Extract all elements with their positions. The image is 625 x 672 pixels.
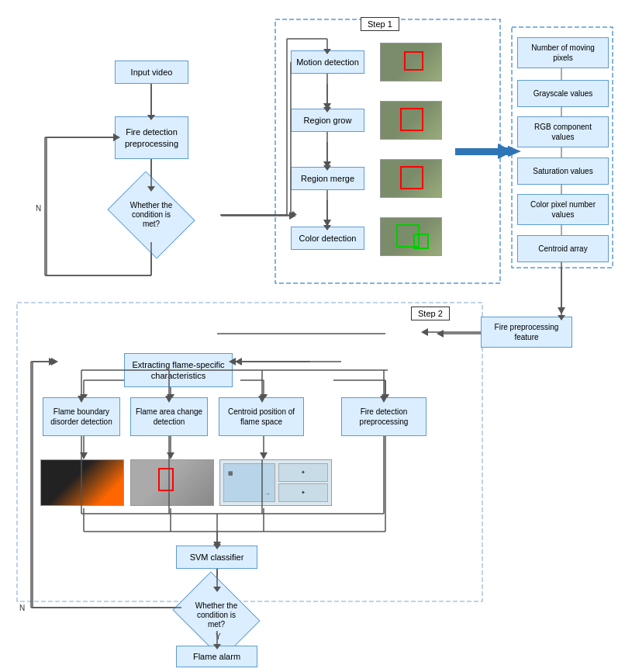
diagram-container: Step 1 Step 2 Input video Fire detection…: [0, 0, 625, 672]
svg-marker-126: [285, 213, 293, 216]
feature-grayscale: Grayscale values: [517, 80, 609, 107]
svg-marker-18: [558, 307, 565, 314]
svg-marker-20: [437, 330, 444, 338]
flame-alarm-box: Flame alarm: [176, 646, 257, 667]
svg-marker-108: [289, 211, 297, 215]
n-label-1: N: [36, 204, 41, 213]
feature-rgb: RGB component values: [517, 116, 609, 147]
centroid-position-box: Centroid position of flame space: [219, 397, 304, 436]
svg-marker-59: [49, 358, 56, 365]
region-merge-box: Region merge: [291, 167, 364, 190]
fire-detection-preprocessing2-box: Fire detection preprocessing: [341, 397, 426, 436]
condition-diamond-1: Whether the condition is met?: [116, 188, 186, 242]
step2-label: Step 2: [411, 307, 450, 320]
feature-color-pixel: Color pixel number values: [517, 194, 609, 225]
fire-preprocessing-feature-box: Fire preprocessing feature: [481, 317, 572, 348]
svg-marker-38: [260, 452, 268, 459]
thumb-motion: [380, 43, 442, 81]
svg-rect-69: [455, 148, 498, 155]
svg-marker-36: [167, 452, 174, 459]
input-video-box: Input video: [115, 61, 188, 84]
thumb-centroid: ▦ → ✦ ✦: [219, 459, 332, 506]
svg-marker-34: [80, 452, 88, 459]
thumb-region-grow: [380, 101, 442, 140]
feature-saturation: Saturation values: [517, 158, 609, 185]
color-detection-box: Color detection: [291, 227, 364, 250]
y-label: Y: [216, 632, 221, 641]
motion-detection-box: Motion detection: [291, 50, 364, 74]
svg-marker-100: [51, 358, 58, 365]
fire-detection-preprocessing-box: Fire detection preprocessing: [115, 116, 188, 159]
thumb-flame-area: [130, 459, 214, 506]
svg-marker-74: [421, 328, 428, 336]
flame-area-box: Flame area change detection: [130, 397, 208, 436]
region-grow-box: Region grow: [291, 109, 364, 132]
thumb-flame-boundary: [40, 459, 124, 506]
feature-centroid-array: Centroid array: [517, 235, 609, 262]
extracting-flame-box: Extracting flame-specific characteristic…: [124, 353, 233, 387]
svg-marker-14: [323, 220, 331, 227]
svg-marker-8: [289, 212, 296, 220]
svm-classifier-box: SVM classifier: [176, 546, 257, 569]
svg-marker-63: [235, 358, 242, 365]
step1-label: Step 1: [361, 17, 399, 31]
n-label-2: N: [19, 604, 25, 612]
feature-number-moving: Number of moving pixels: [517, 37, 609, 68]
flame-boundary-box: Flame boundary disorder detection: [43, 397, 120, 436]
thumb-region-merge: [380, 159, 442, 198]
thumb-color-detection: [380, 217, 442, 256]
